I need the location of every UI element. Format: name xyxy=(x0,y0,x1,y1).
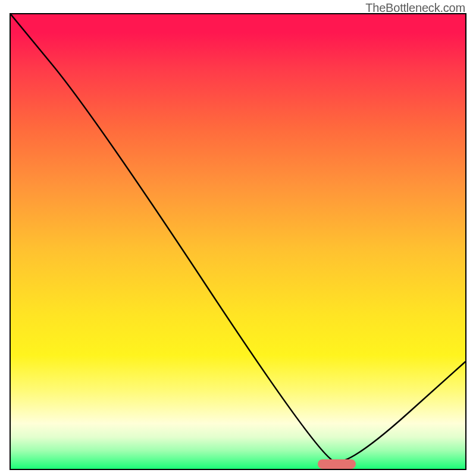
chart-frame xyxy=(10,13,466,470)
curve-path xyxy=(11,14,465,462)
chart-curve xyxy=(11,14,465,469)
optimum-marker xyxy=(318,459,356,469)
